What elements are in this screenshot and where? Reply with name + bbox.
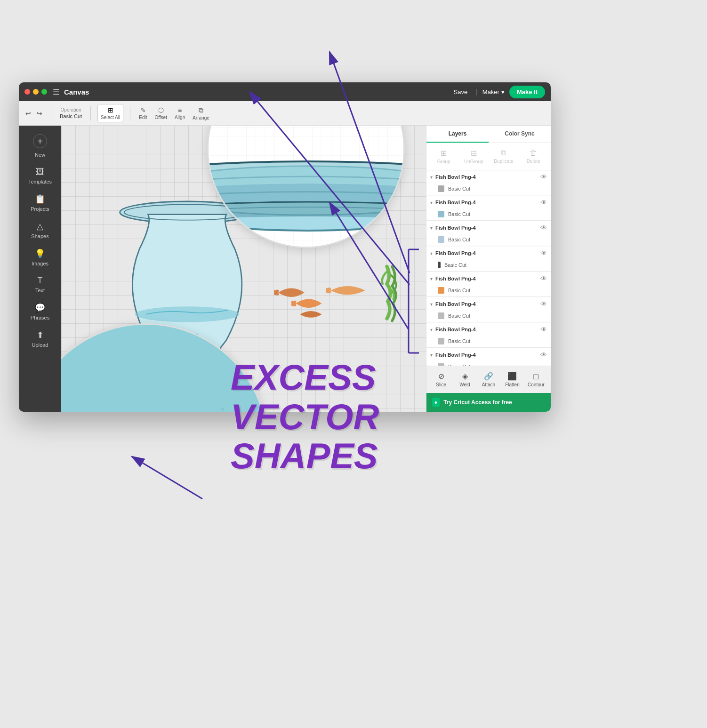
arrange-button[interactable]: ⧉ Arrange — [191, 105, 211, 121]
visibility-icon[interactable]: 👁 — [540, 326, 547, 333]
flatten-tool[interactable]: ⬛ Flatten — [501, 370, 523, 389]
sidebar-item-upload[interactable]: ⬆ Upload — [22, 326, 58, 352]
bottom-tools: ⊘ Slice ◈ Weld 🔗 Attach ⬛ Flatten ◻ C — [426, 366, 551, 393]
operation-group: Operation Basic Cut — [58, 106, 84, 120]
visibility-icon[interactable]: 👁 — [540, 300, 547, 308]
flatten-icon: ⬛ — [507, 372, 517, 381]
undo-button[interactable]: ↩ — [24, 109, 33, 118]
layer-sub: Basic Cut — [426, 260, 551, 271]
sidebar-item-images[interactable]: 💡 Images — [22, 245, 58, 270]
layer-color — [438, 287, 444, 294]
layer-header[interactable]: ▾ Fish Bowl Png-4 👁 — [426, 323, 551, 336]
undo-redo-group: ↩ ↪ — [24, 109, 44, 118]
layer-sub: Basic Cut — [426, 209, 551, 220]
visibility-icon[interactable]: 👁 — [540, 173, 547, 181]
attach-tool[interactable]: 🔗 Attach — [478, 370, 499, 389]
new-icon: + — [33, 134, 47, 148]
edit-button[interactable]: ✎ Edit — [137, 105, 149, 121]
tab-layers[interactable]: Layers — [426, 126, 489, 143]
maker-button[interactable]: Maker ▾ — [482, 88, 505, 96]
cricut-logo-icon: ♦ — [432, 398, 440, 407]
layer-color — [438, 338, 444, 344]
offset-button[interactable]: ⬡ Offset — [153, 105, 169, 121]
shapes-icon: △ — [37, 221, 43, 232]
chevron-icon: ▾ — [430, 175, 433, 180]
layer-sub: Basic Cut — [426, 311, 551, 322]
left-sidebar: + New 🖼 Templates 📋 Projects △ Shapes 💡 … — [19, 126, 61, 412]
title-bar: ☰ Canvas Save | Maker ▾ Make It — [19, 82, 551, 101]
visibility-icon[interactable]: 👁 — [540, 224, 547, 232]
layer-sub: Basic Cut — [426, 336, 551, 347]
select-all-button[interactable]: ⊞ Select All — [97, 104, 123, 122]
sidebar-item-new[interactable]: + New — [22, 130, 58, 161]
text-icon: T — [38, 276, 43, 286]
layer-header[interactable]: ▾ Fish Bowl Png-4 👁 — [426, 221, 551, 234]
delete-icon: 🗑 — [530, 149, 537, 157]
layer-item: ▾ Fish Bowl Png-4 👁 Basic Cut — [426, 348, 551, 366]
upload-icon: ⬆ — [37, 330, 44, 340]
visibility-icon[interactable]: 👁 — [540, 199, 547, 206]
chevron-icon: ▾ — [430, 251, 433, 256]
layer-header[interactable]: ▾ Fish Bowl Png-4 👁 — [426, 196, 551, 209]
save-button[interactable]: Save — [450, 87, 472, 97]
svg-point-16 — [221, 408, 224, 411]
delete-button[interactable]: 🗑 Delete — [520, 147, 547, 166]
ungroup-button[interactable]: ⊟ UnGroup — [460, 147, 488, 166]
layer-item: ▾ Fish Bowl Png-4 👁 Basic Cut — [426, 323, 551, 348]
panel-actions: ⊞ Group ⊟ UnGroup ⧉ Duplicate 🗑 Delete — [426, 143, 551, 170]
maximize-button[interactable] — [41, 89, 47, 95]
layer-color — [438, 312, 444, 319]
layer-item: ▾ Fish Bowl Png-4 👁 Basic Cut — [426, 297, 551, 322]
align-button[interactable]: ≡ Align — [173, 105, 187, 121]
canvas-area[interactable] — [61, 126, 426, 412]
chevron-icon: ▾ — [430, 352, 433, 358]
redo-button[interactable]: ↪ — [35, 109, 44, 118]
title-bar-right: Save | Maker ▾ Make It — [450, 86, 545, 98]
layer-item: ▾ Fish Bowl Png-4 👁 Basic Cut — [426, 196, 551, 221]
cricut-access-banner[interactable]: ♦ Try Cricut Access for free — [426, 393, 551, 412]
duplicate-button[interactable]: ⧉ Duplicate — [490, 147, 517, 166]
projects-icon: 📋 — [35, 194, 45, 204]
ungroup-icon: ⊟ — [471, 149, 477, 158]
sidebar-item-phrases[interactable]: 💬 Phrases — [22, 299, 58, 324]
images-icon: 💡 — [35, 248, 45, 259]
visibility-icon[interactable]: 👁 — [540, 275, 547, 282]
layer-color — [438, 262, 441, 268]
layer-sub: Basic Cut — [426, 184, 551, 195]
layer-header[interactable]: ▾ Fish Bowl Png-4 👁 — [426, 272, 551, 285]
sidebar-item-text[interactable]: T Text — [22, 272, 58, 297]
slice-tool[interactable]: ⊘ Slice — [430, 370, 452, 389]
duplicate-icon: ⧉ — [501, 149, 506, 157]
app-title: Canvas — [64, 88, 450, 96]
layer-header[interactable]: ▾ Fish Bowl Png-4 👁 — [426, 348, 551, 361]
layer-sub: Basic Cut — [426, 361, 551, 366]
svg-line-32 — [132, 456, 202, 499]
layer-header[interactable]: ▾ Fish Bowl Png-4 👁 — [426, 297, 551, 311]
visibility-icon[interactable]: 👁 — [540, 249, 547, 257]
hamburger-icon[interactable]: ☰ — [53, 88, 59, 96]
chevron-icon: ▾ — [430, 200, 433, 205]
weld-icon: ◈ — [462, 372, 468, 381]
tab-color-sync[interactable]: Color Sync — [489, 126, 551, 143]
visibility-icon[interactable]: 👁 — [540, 351, 547, 359]
templates-icon: 🖼 — [36, 167, 44, 177]
make-it-button[interactable]: Make It — [509, 86, 545, 98]
toolbar: ↩ ↪ Operation Basic Cut ⊞ Select All ✎ E… — [19, 101, 551, 126]
contour-tool[interactable]: ◻ Contour — [525, 370, 547, 389]
minimize-button[interactable] — [33, 89, 39, 95]
layer-header[interactable]: ▾ Fish Bowl Png-4 👁 — [426, 170, 551, 184]
weld-tool[interactable]: ◈ Weld — [454, 370, 475, 389]
close-button[interactable] — [24, 89, 30, 95]
group-button[interactable]: ⊞ Group — [430, 147, 458, 166]
app-window: ☰ Canvas Save | Maker ▾ Make It ↩ ↪ Oper… — [19, 82, 551, 412]
operation-selector[interactable]: Operation Basic Cut — [58, 106, 84, 120]
sidebar-item-projects[interactable]: 📋 Projects — [22, 190, 58, 216]
sidebar-item-templates[interactable]: 🖼 Templates — [22, 163, 58, 188]
layer-header[interactable]: ▾ Fish Bowl Png-4 👁 — [426, 247, 551, 260]
attach-icon: 🔗 — [484, 372, 493, 381]
chevron-icon: ▾ — [430, 276, 433, 281]
sidebar-item-shapes[interactable]: △ Shapes — [22, 217, 58, 243]
chevron-icon: ▾ — [430, 302, 433, 307]
layer-item: ▾ Fish Bowl Png-4 👁 Basic Cut — [426, 247, 551, 272]
panel-tabs: Layers Color Sync — [426, 126, 551, 143]
